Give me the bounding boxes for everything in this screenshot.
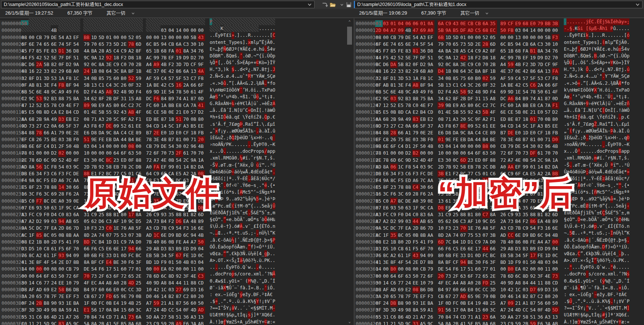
ascii-char[interactable] [583, 25, 586, 32]
gap-cell[interactable] [264, 18, 267, 25]
ascii-char[interactable]: Ð [608, 291, 610, 298]
ascii-char[interactable]: „ [613, 93, 616, 100]
ascii-char[interactable]: Ä [578, 182, 580, 189]
ascii-char[interactable]: z [624, 100, 627, 107]
ascii-char[interactable]: # [569, 182, 572, 189]
ascii-char[interactable]: . [223, 264, 226, 271]
ascii-char[interactable]: k [589, 250, 591, 257]
ascii-char[interactable]: 2 [605, 80, 608, 87]
ascii-char[interactable]: ¡ [575, 128, 577, 134]
ascii-char[interactable]: Þ [613, 141, 616, 148]
ascii-char[interactable]: × [580, 257, 583, 264]
ascii-char[interactable]: d [594, 66, 596, 73]
ascii-char[interactable]: ¸ [256, 182, 259, 189]
ascii-char[interactable]: Y [251, 73, 253, 80]
ascii-char[interactable]: & [229, 311, 231, 318]
ascii-char[interactable]: + [591, 319, 594, 325]
ascii-char[interactable]: g [264, 189, 267, 196]
ascii-char[interactable]: / [223, 141, 226, 148]
ascii-char[interactable]: ¯ [212, 284, 215, 291]
ascii-char[interactable]: š [564, 223, 566, 230]
ascii-char[interactable]: @ [610, 237, 613, 244]
ascii-char[interactable]: ‚ [624, 209, 627, 216]
ascii-char[interactable]: M [624, 305, 627, 311]
ascii-char[interactable]: 4 [215, 169, 218, 175]
ascii-char[interactable]: f [240, 284, 242, 291]
gap-cell[interactable] [106, 18, 113, 25]
ascii-char[interactable]: P [226, 141, 229, 148]
ascii-char[interactable]: ¡ [245, 311, 248, 318]
ascii-char[interactable]: © [256, 59, 259, 66]
ascii-char[interactable]: K [583, 141, 586, 148]
ascii-char[interactable]: T [619, 223, 621, 230]
ascii-char[interactable]: . [599, 250, 602, 257]
ascii-char[interactable]: s [616, 148, 619, 155]
ascii-char[interactable]: o [273, 80, 275, 87]
ascii-char[interactable]: Y [226, 305, 229, 311]
ascii-char[interactable]: H [259, 134, 261, 141]
ascii-char[interactable]: Ö [566, 59, 569, 66]
ascii-char[interactable]: s [589, 271, 591, 277]
ascii-char[interactable]: · [243, 203, 245, 209]
ascii-char[interactable]: z [602, 175, 605, 182]
ascii-char[interactable]: ] [218, 319, 220, 325]
ascii-char[interactable]: . [218, 223, 220, 230]
ascii-char[interactable]: í [267, 244, 270, 250]
ascii-char[interactable]: \ [597, 114, 599, 120]
ascii-char[interactable]: . [564, 18, 566, 25]
ascii-char[interactable]: . [223, 203, 226, 209]
ascii-char[interactable]: Y [610, 73, 613, 80]
ascii-char[interactable]: œ [583, 319, 586, 325]
ascii-char[interactable]: e [572, 39, 575, 46]
ascii-char[interactable]: 5 [262, 203, 264, 209]
hex-byte[interactable]: E6 [183, 320, 190, 325]
ascii-char[interactable]: . [270, 66, 273, 73]
ascii-char[interactable]: K [273, 141, 275, 148]
ascii-char[interactable]: × [226, 257, 229, 264]
ascii-char[interactable]: € [273, 114, 275, 120]
ascii-char[interactable]: § [564, 216, 566, 223]
ascii-char[interactable]: . [621, 25, 624, 32]
ascii-char[interactable]: f [270, 80, 273, 87]
ascii-char[interactable]: t [237, 230, 240, 236]
ascii-char[interactable]: ê [575, 223, 577, 230]
ascii-char[interactable]: . [240, 182, 242, 189]
ascii-char[interactable]: p [624, 148, 627, 155]
ascii-char[interactable]: y [610, 141, 613, 148]
ascii-char[interactable]: . [267, 305, 270, 311]
ascii-char[interactable]: ¸ [218, 298, 220, 305]
ascii-char[interactable]: . [210, 298, 212, 305]
ascii-char[interactable]: Ë [262, 39, 264, 46]
ascii-char[interactable]: ‰ [605, 128, 608, 134]
ascii-char[interactable]: ö [583, 87, 586, 93]
ascii-char[interactable]: Ž [220, 134, 223, 141]
gap-cell[interactable] [226, 25, 229, 32]
ascii-char[interactable]: T [223, 32, 226, 39]
ascii-char[interactable]: . [251, 46, 253, 53]
ascii-char[interactable]: Â [572, 121, 575, 128]
ascii-char[interactable]: . [262, 114, 264, 120]
ascii-char[interactable]: ì [234, 278, 237, 284]
ascii-char[interactable]: \ [212, 87, 215, 93]
ascii-char[interactable]: å [248, 196, 250, 202]
ascii-char[interactable]: ¼ [210, 59, 212, 66]
ascii-char[interactable]: ¡ [599, 311, 602, 318]
ascii-char[interactable]: v [273, 46, 275, 53]
hex-byte[interactable]: C0 [21, 320, 28, 325]
ascii-char[interactable]: ã [586, 155, 589, 161]
ascii-char[interactable]: H [564, 66, 566, 73]
ascii-char[interactable]: / [591, 271, 594, 277]
ascii-char[interactable]: à [243, 284, 245, 291]
gap-cell[interactable] [210, 25, 212, 32]
ascii-char[interactable]: 4 [586, 93, 589, 100]
ascii-char[interactable]: . [256, 87, 259, 93]
ascii-char[interactable]: e [229, 216, 231, 223]
ascii-char[interactable]: ¸ [602, 141, 605, 148]
ascii-char[interactable]: u [597, 230, 599, 236]
ascii-char[interactable]: å [264, 169, 267, 175]
ascii-char[interactable]: p [586, 311, 589, 318]
ascii-char[interactable]: [ [259, 107, 261, 114]
hex-byte[interactable]: 8A [91, 320, 98, 325]
ascii-char[interactable]: Ø [234, 128, 237, 134]
ascii-char[interactable]: V [234, 305, 237, 311]
